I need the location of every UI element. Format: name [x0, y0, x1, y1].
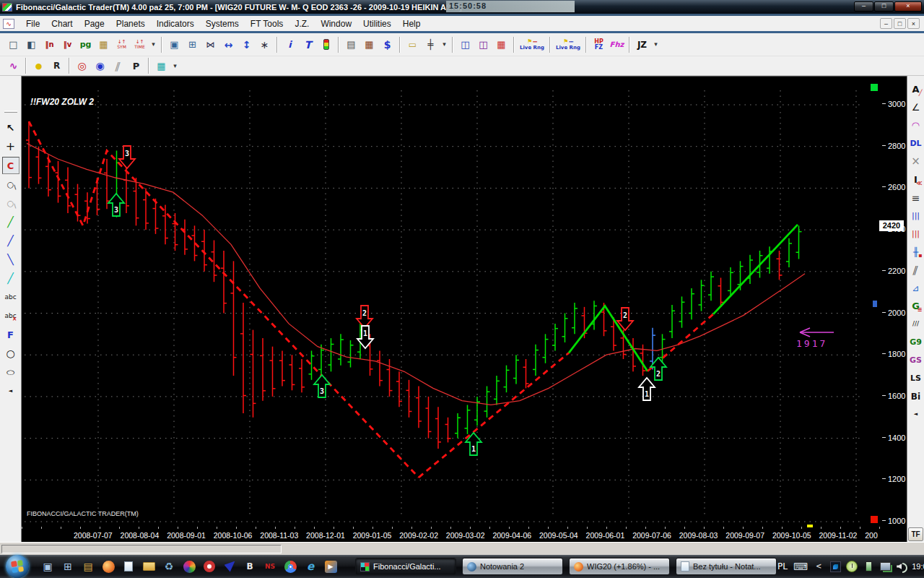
vertical-lines-blue-icon[interactable]: |||: [907, 207, 924, 225]
circle-icon[interactable]: ○: [2, 345, 19, 362]
task-wig20-browser[interactable]: WIG20 (+1.86%) - ...: [569, 558, 670, 575]
scroll-handle-bottom-icon[interactable]: [871, 516, 878, 523]
menu-systems[interactable]: Systems: [200, 17, 245, 31]
tray-app-icon[interactable]: [829, 558, 841, 575]
restore-button[interactable]: □: [874, 1, 894, 12]
pointer-info-icon[interactable]: i: [281, 35, 299, 53]
window-switcher-icon[interactable]: ⊞: [59, 557, 77, 576]
magnet-c-icon[interactable]: C: [2, 157, 19, 174]
task-notowania[interactable]: Notowania 2: [462, 558, 563, 575]
symbol-icon[interactable]: ↓↑SYM: [113, 35, 131, 53]
compress-scale-icon[interactable]: ⋈: [201, 35, 219, 53]
calendar-icon[interactable]: ▦: [360, 35, 378, 53]
ie-icon[interactable]: e: [302, 557, 319, 576]
andrews-a-icon[interactable]: A╱: [907, 80, 924, 98]
price-chart[interactable]: 3321312211917!!FW20 ZOLW 2FIBONACCI/GALA…: [22, 80, 871, 527]
dropdown-arrow-icon[interactable]: ▾: [149, 35, 158, 53]
menu-window[interactable]: Window: [315, 17, 357, 31]
menu-j-z-[interactable]: J.Z.: [289, 17, 315, 31]
fib-arcs-icon[interactable]: ◠: [907, 116, 924, 134]
show-desktop-icon[interactable]: ▣: [39, 557, 56, 576]
horizontal-lines-icon[interactable]: ≡: [907, 189, 924, 207]
network-icon[interactable]: [879, 558, 891, 575]
menu-utilities[interactable]: Utilities: [357, 17, 397, 31]
chart-window[interactable]: 3321312211917!!FW20 ZOLW 2FIBONACCI/GALA…: [22, 76, 907, 542]
menu-indicators[interactable]: Indicators: [151, 17, 200, 31]
i-lines-icon[interactable]: I≪: [907, 171, 924, 189]
text-abc-icon[interactable]: abc: [2, 288, 19, 306]
small-candles-icon[interactable]: ╫▪: [907, 243, 924, 261]
open-chart-icon[interactable]: ◧: [22, 35, 40, 53]
zoom-page-icon[interactable]: ○∖: [2, 176, 19, 193]
expand-horizontal-icon[interactable]: ↔: [219, 35, 237, 53]
dropdown-arrow-icon[interactable]: ▾: [651, 35, 661, 53]
reset-scale-icon[interactable]: ∗: [256, 35, 274, 53]
timeframe-button[interactable]: TF: [908, 527, 923, 541]
intraday-v-icon[interactable]: ‖v: [58, 35, 77, 53]
planets-p-icon[interactable]: P: [127, 58, 145, 74]
measure-ruler-icon[interactable]: ▭: [404, 35, 422, 53]
planet-clock-icon[interactable]: ◉: [91, 58, 109, 74]
overflow-arrow-icon[interactable]: ◄: [2, 382, 19, 400]
cross-lines-icon[interactable]: ×: [907, 152, 924, 171]
task-notepad[interactable]: Bez tytułu - Notat...: [676, 558, 777, 575]
ray-fan-icon[interactable]: ///: [907, 315, 924, 333]
dropdown-arrow-icon[interactable]: ▾: [170, 58, 180, 74]
trendline-down-icon[interactable]: ╲: [2, 251, 19, 268]
mdi-minimize-button[interactable]: –: [880, 18, 892, 29]
firefox-icon[interactable]: [100, 557, 117, 576]
gann-g-icon[interactable]: G≡: [907, 297, 924, 315]
b-app-icon[interactable]: B: [241, 557, 258, 576]
aspect-lines-icon[interactable]: ∥: [109, 58, 127, 74]
grid-color-icon[interactable]: ▦: [492, 35, 510, 53]
planet-dots-icon[interactable]: ●: [30, 58, 48, 74]
volume-icon[interactable]: [896, 558, 907, 575]
hp-fz-icon[interactable]: HPFZ: [590, 35, 608, 53]
print-icon[interactable]: ▤: [342, 35, 360, 53]
tray-clock-app-icon[interactable]: [846, 558, 858, 575]
ns-app-icon[interactable]: NS: [261, 557, 279, 576]
zoom-disabled-icon[interactable]: ○∖: [2, 194, 19, 212]
media-player-icon[interactable]: ▶: [322, 557, 339, 576]
live-range-red-icon[interactable]: ⚑┅Live Rng: [518, 35, 546, 53]
expand-vertical-icon[interactable]: ↕: [237, 35, 256, 53]
page-icon[interactable]: pg: [77, 35, 95, 53]
menu-ft-tools[interactable]: FT Tools: [245, 17, 289, 31]
traffic-light-icon[interactable]: [317, 35, 335, 53]
taskbar-clock[interactable]: 19:00: [912, 562, 924, 571]
triangle-icon[interactable]: ⊿: [907, 279, 924, 297]
bi-icon[interactable]: Bi: [907, 387, 924, 405]
scroll-thumb-icon[interactable]: [873, 301, 877, 307]
planetary-lines-icon[interactable]: ∿: [4, 58, 22, 74]
new-chart-icon[interactable]: □: [4, 35, 22, 53]
overflow-arrow-icon[interactable]: ◄: [907, 405, 924, 423]
intraday-n-icon[interactable]: ‖n: [40, 35, 58, 53]
ellipse-icon[interactable]: ○: [2, 363, 19, 381]
folder-icon[interactable]: [140, 557, 157, 576]
g9-icon[interactable]: G9: [907, 333, 924, 351]
vertical-lines-red-icon[interactable]: |||: [907, 225, 924, 243]
tray-expand-icon[interactable]: <: [813, 558, 824, 575]
parallel-lines-icon[interactable]: ∥: [907, 261, 924, 279]
text-note-icon[interactable]: T: [299, 35, 317, 53]
mdi-close-button[interactable]: ×: [907, 18, 920, 29]
fan-lines-icon[interactable]: ∠: [907, 98, 924, 116]
fhz-icon[interactable]: Fhz: [608, 35, 626, 53]
dollar-icon[interactable]: $: [378, 35, 396, 53]
gimp-icon[interactable]: [180, 557, 198, 576]
menu-file[interactable]: File: [20, 17, 45, 31]
delete-text-icon[interactable]: abc×: [2, 307, 19, 324]
window-layout-icon[interactable]: ▦: [95, 35, 113, 53]
marker-line-icon[interactable]: ╱: [2, 269, 19, 287]
ls-icon[interactable]: LS: [907, 369, 924, 387]
cascade-windows-icon[interactable]: ▣: [165, 35, 183, 53]
tile-windows-icon[interactable]: ⊞: [183, 35, 201, 53]
candlestick-icon[interactable]: ╪: [422, 35, 440, 53]
mdi-restore-button[interactable]: □: [894, 18, 906, 29]
jz-icon[interactable]: JZ: [633, 35, 651, 53]
trendline-green-icon[interactable]: ╱: [2, 213, 19, 230]
battery-icon[interactable]: [863, 558, 874, 575]
target-circles-icon[interactable]: ◎: [73, 58, 91, 74]
fibonacci-f-icon[interactable]: F: [2, 326, 19, 343]
crosshair-icon[interactable]: +: [2, 138, 19, 155]
